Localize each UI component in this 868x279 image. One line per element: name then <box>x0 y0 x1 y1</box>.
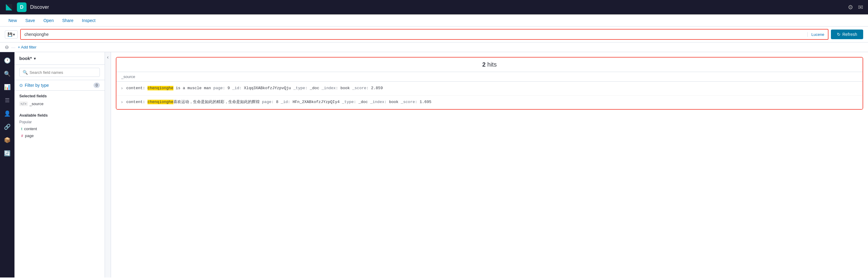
mail-icon[interactable]: ✉ <box>858 4 863 11</box>
content-field-name: content <box>24 127 37 131</box>
settings-icon[interactable]: ⚙ <box>848 4 853 11</box>
index-key-2: _index: <box>370 100 389 104</box>
index-pattern-dropdown-icon: ▾ <box>34 56 36 61</box>
inspect-button[interactable]: Inspect <box>79 16 99 25</box>
score-val-1: 2.859 <box>371 86 383 91</box>
hits-header: 2 hits <box>116 58 863 72</box>
query-save-button[interactable]: 💾 ▾ <box>5 30 18 39</box>
index-val-2: book <box>389 100 398 104</box>
results-area: 2 hits _source › content: chenqionghe is… <box>111 52 868 278</box>
source-column-header: _source <box>116 72 863 82</box>
expand-row-2-button[interactable]: › <box>121 99 123 104</box>
save-icon: 💾 <box>7 32 12 37</box>
filter-type-icon: ⊙ <box>19 83 23 88</box>
table-row: › content: chenqionghe喜欢运动，生命是如此的精彩，生命是如… <box>116 96 863 109</box>
filter-by-type-label: Filter by type <box>25 83 49 88</box>
nav-chart-icon[interactable]: 📊 <box>1 81 13 93</box>
type-key-2: _type: <box>342 100 359 104</box>
search-field-input-wrapper: 🔍 <box>19 68 100 77</box>
highlight-2: chenqionghe <box>148 100 174 104</box>
type-key-1: _type: <box>293 86 310 91</box>
new-button[interactable]: New <box>5 16 21 25</box>
available-field-content[interactable]: t content <box>19 125 100 132</box>
filter-bar: ⊖ — + Add filter <box>0 42 868 52</box>
search-field-icon: 🔍 <box>23 70 28 75</box>
app-title: Discover <box>30 4 844 10</box>
page-val-2: 8 <box>276 100 278 104</box>
selected-fields-title: Selected fields <box>19 94 100 98</box>
refresh-button[interactable]: ↻ Refresh <box>831 30 863 39</box>
page-val-1: 9 <box>227 86 230 91</box>
result-content-1: content: chenqionghe is a muscle man pag… <box>126 85 858 92</box>
nav-box-icon[interactable]: 📦 <box>1 134 13 146</box>
score-val-2: 1.695 <box>420 100 431 104</box>
table-row: › content: chenqionghe is a muscle man p… <box>116 82 863 96</box>
content-label-2: content: <box>126 100 148 104</box>
top-bar: D Discover ⚙ ✉ <box>0 0 868 14</box>
id-val-1: Xlqq3XABkofzJYzpvQju <box>244 86 291 91</box>
results-container: 2 hits _source › content: chenqionghe is… <box>116 57 863 110</box>
search-bar: 💾 ▾ Lucene ↻ Refresh <box>0 27 868 42</box>
hits-label-text: hits <box>487 61 497 68</box>
text-after-1: is a muscle man <box>174 86 211 91</box>
hits-count: 2 <box>482 61 486 68</box>
sidebar-search: 🔍 <box>14 65 105 80</box>
toggle-sidebar-button[interactable]: ‹ <box>105 52 111 278</box>
expand-row-1-button[interactable]: › <box>121 85 123 91</box>
page-field-name: page <box>25 134 34 138</box>
page-key-1: page: <box>213 86 227 91</box>
score-key-1: _score: <box>352 86 371 91</box>
filter-icon: ⊖ <box>5 44 9 50</box>
nav-user-icon[interactable]: 👤 <box>1 108 13 119</box>
search-input-wrapper: Lucene <box>20 29 829 40</box>
type-val-2: _doc <box>358 100 368 104</box>
content-field-type-icon: t <box>21 127 22 131</box>
score-key-2: _score: <box>401 100 420 104</box>
refresh-label: Refresh <box>842 32 857 37</box>
nav-search-icon[interactable]: 🔍 <box>1 68 13 80</box>
selected-fields-section: Selected fields </> _source <box>14 91 105 110</box>
nav-clock-icon[interactable]: 🕐 <box>1 55 13 67</box>
nav-bar: New Save Open Share Inspect <box>0 14 868 27</box>
index-val-1: book <box>341 86 350 91</box>
app-icon: D <box>17 2 27 12</box>
index-key-1: _index: <box>321 86 340 91</box>
type-val-1: _doc <box>310 86 319 91</box>
filter-by-type[interactable]: ⊙ Filter by type 0 <box>14 80 105 91</box>
sidebar: book* ▾ 🔍 ⊙ Filter by type 0 Selected fi… <box>14 52 105 278</box>
id-key-2: _id: <box>281 100 292 104</box>
save-button[interactable]: Save <box>22 16 39 25</box>
lucene-label: Lucene <box>807 32 828 37</box>
dropdown-chevron-icon: ▾ <box>13 32 15 37</box>
source-field-name: _source <box>30 102 43 106</box>
open-button[interactable]: Open <box>40 16 57 25</box>
index-pattern-name: book* <box>19 56 32 61</box>
highlight-1: chenqionghe <box>148 86 174 91</box>
id-key-1: _id: <box>232 86 244 91</box>
left-nav: 🕐 🔍 📊 ☰ 👤 🔗 📦 🔄 <box>0 52 14 278</box>
search-input[interactable] <box>21 30 807 39</box>
nav-link-icon[interactable]: 🔗 <box>1 121 13 133</box>
nav-list-icon[interactable]: ☰ <box>1 94 13 106</box>
nav-refresh-icon[interactable]: 🔄 <box>1 147 13 160</box>
page-field-type-icon: # <box>21 134 23 138</box>
kibana-logo-icon <box>5 3 13 11</box>
source-field-type-icon: </> <box>19 102 28 106</box>
top-right-icons: ⚙ ✉ <box>848 4 863 11</box>
selected-field-source[interactable]: </> _source <box>19 101 100 107</box>
toggle-chevron-icon: ‹ <box>107 55 108 60</box>
add-filter-button[interactable]: + Add filter <box>18 45 36 49</box>
share-button[interactable]: Share <box>59 16 77 25</box>
search-field-input[interactable] <box>30 70 96 75</box>
available-fields-title: Available fields <box>19 113 100 117</box>
available-fields-section: Available fields Popular t content # pag… <box>14 110 105 142</box>
available-field-page[interactable]: # page <box>19 132 100 139</box>
text-after-2: 喜欢运动，生命是如此的精彩，生命是如此的辉煌 <box>174 100 260 104</box>
popular-label: Popular <box>19 120 100 124</box>
main-layout: 🕐 🔍 📊 ☰ 👤 🔗 📦 🔄 book* ▾ 🔍 ⊙ Filter by ty… <box>0 52 868 278</box>
content-label-1: content: <box>126 86 148 91</box>
index-pattern-selector[interactable]: book* ▾ <box>14 52 105 65</box>
filter-count-badge: 0 <box>93 82 100 88</box>
id-val-2: HFn_2XABkofzJYzpQIy4 <box>292 100 340 104</box>
refresh-icon: ↻ <box>837 32 841 37</box>
